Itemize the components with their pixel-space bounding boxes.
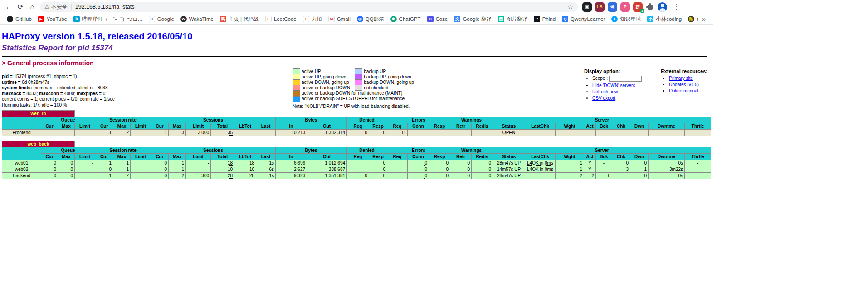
bookmark-item[interactable]: 码主页 | 代码战 <box>217 15 262 24</box>
stat-cell: 0 <box>151 160 169 166</box>
proxy-row-name[interactable]: web02 <box>2 166 41 173</box>
column-header: Act <box>584 154 596 160</box>
proxy-row-name[interactable]: web01 <box>2 160 41 166</box>
lb-extension-icon[interactable]: LB <box>595 2 605 12</box>
bookmark-item[interactable]: GGoogle <box>146 15 177 23</box>
column-header: Dwn <box>630 154 649 160</box>
reload-button[interactable]: ⟳ <box>15 1 26 13</box>
bookmark-item[interactable]: 小小林coding <box>644 15 685 24</box>
stat-cell: 1 012 694 <box>307 160 347 166</box>
column-header: Cur <box>151 123 169 130</box>
dark-square-extension-icon[interactable]: ▣ <box>582 2 592 12</box>
column-header: Limit <box>75 123 95 130</box>
back-button[interactable]: ← <box>3 1 15 13</box>
bookmark-item[interactable]: ✱ChatGPT <box>387 15 424 23</box>
bookmark-item[interactable]: MGmail <box>325 15 354 23</box>
bookmark-item[interactable]: @QQ邮箱 <box>354 15 387 24</box>
column-header: Conn <box>408 123 429 130</box>
legend-note: Note: "NOLB"/"DRAIN" = UP with load-bala… <box>293 104 419 109</box>
stat-cell: 0 <box>41 173 58 179</box>
omnibox-divider <box>71 4 72 10</box>
bookmark-item[interactable]: PPhind <box>531 15 559 23</box>
column-header: Dwn <box>630 123 649 130</box>
stat-cell: 0 <box>472 166 493 173</box>
bookmark-favicon: Q <box>562 16 568 22</box>
proxy-row-name[interactable]: Frontend <box>2 130 41 136</box>
bookmark-label: Coze <box>436 16 448 22</box>
legend-label: not checked <box>362 85 419 91</box>
pink-extension-icon[interactable]: P <box>620 2 630 12</box>
bookmark-item[interactable]: QQwertyLearner <box>559 15 608 23</box>
blue-translate-extension-icon[interactable]: 译 <box>608 2 617 12</box>
not-secure-label[interactable]: 不安全 <box>51 3 68 11</box>
column-header: Max <box>113 154 131 160</box>
display-option-link[interactable]: Refresh now <box>592 89 618 94</box>
bookmark-item[interactable]: 文Google 翻译 <box>451 15 494 24</box>
extensions-puzzle-icon[interactable] <box>648 5 653 10</box>
stat-cell <box>58 130 75 136</box>
stat-cell <box>584 130 596 136</box>
bookmark-favicon: W <box>180 16 187 22</box>
proxy-table-name[interactable]: web_lb <box>2 111 75 117</box>
stat-cell: 3 <box>612 166 630 173</box>
column-header: Resp <box>429 154 450 160</box>
stat-cell: - <box>75 166 95 173</box>
bookmark-item[interactable]: ▶YouTube <box>35 15 70 23</box>
haproxy-version-link[interactable]: HAProxy version 1.5.18, released 2016/05… <box>2 31 192 41</box>
bookmark-item[interactable]: WWakaTime <box>177 15 217 23</box>
column-group-header: Warnings <box>450 117 493 123</box>
stat-cell <box>234 130 256 136</box>
bookmark-label: YouTube <box>47 16 67 22</box>
column-header: Cur <box>41 154 58 160</box>
bookmark-item[interactable]: 路路飞学城 <box>685 15 698 24</box>
column-header: Max <box>169 123 186 130</box>
bookmark-item[interactable]: CCoze <box>424 15 451 23</box>
stat-cell: 0 <box>41 166 58 173</box>
bookmark-label: LeetCode <box>274 16 297 22</box>
scope-input[interactable] <box>609 76 642 82</box>
external-resource-link[interactable]: Primary site <box>669 76 693 81</box>
stat-cell: 0 <box>369 130 387 136</box>
bookmark-item[interactable]: GitHub <box>4 15 35 23</box>
process-info-line: system limits: memmax = unlimited; ulimi… <box>2 85 115 91</box>
profile-avatar[interactable] <box>658 2 667 12</box>
bookmark-item[interactable]: LLeetCode <box>262 15 300 23</box>
external-resource-link[interactable]: Online manual <box>669 88 698 93</box>
display-option-link[interactable]: CSV export <box>592 96 615 101</box>
bookmark-item[interactable]: 图图片翻译 <box>495 15 531 24</box>
bookmark-item[interactable]: ★知识星球 <box>608 15 644 24</box>
stat-cell: 0 <box>612 160 630 166</box>
address-bar[interactable]: ⚠ 不安全 192.168.6.131/ha_stats ☆ <box>40 2 578 12</box>
proxy-row-name[interactable]: Backend <box>2 173 41 179</box>
extensions-area: ▣LB译P拼1 ⋮ <box>582 2 680 12</box>
bookmark-star-icon[interactable]: ☆ <box>567 3 573 10</box>
display-options-title: Display option: <box>584 68 642 74</box>
legend-swatch <box>355 80 362 85</box>
red-badged-extension-icon[interactable]: 拼1 <box>633 2 643 12</box>
browser-menu-icon[interactable]: ⋮ <box>673 3 680 11</box>
display-option-link[interactable]: Hide 'DOWN' servers <box>592 83 635 88</box>
bookmark-label: WakaTime <box>189 16 214 22</box>
stat-cell <box>347 160 369 166</box>
stat-cell: 0 <box>429 173 450 179</box>
bookmark-item[interactable]: b哔哩哔哩（ ゜-゜）つロ... <box>70 15 146 24</box>
stat-cell: 3 000 <box>186 130 211 136</box>
bookmark-item[interactable]: L力扣 <box>300 15 325 24</box>
stat-cell: 0 <box>369 166 387 173</box>
bookmarks-overflow-icon[interactable]: » <box>698 15 709 23</box>
column-header: Req <box>347 154 369 160</box>
stat-cell: 338 687 <box>307 166 347 173</box>
column-group-header: Warnings <box>450 147 493 154</box>
stat-cell <box>525 173 556 179</box>
column-header: In <box>276 123 307 130</box>
stat-cell: 3 <box>169 130 186 136</box>
external-resource-link[interactable]: Updates (v1.5) <box>669 82 699 87</box>
column-header: Last <box>256 154 276 160</box>
stats-row-backend: Backend00120230028281s9 3231 351 3810000… <box>2 173 711 179</box>
proxy-table-name[interactable]: web_back <box>2 141 75 147</box>
proxy-table-name-filler <box>75 111 711 117</box>
stat-cell: 2 <box>584 173 596 179</box>
home-button[interactable]: ⌂ <box>26 1 38 13</box>
stat-cell: 0 <box>151 166 169 173</box>
stat-cell: - <box>685 160 711 166</box>
